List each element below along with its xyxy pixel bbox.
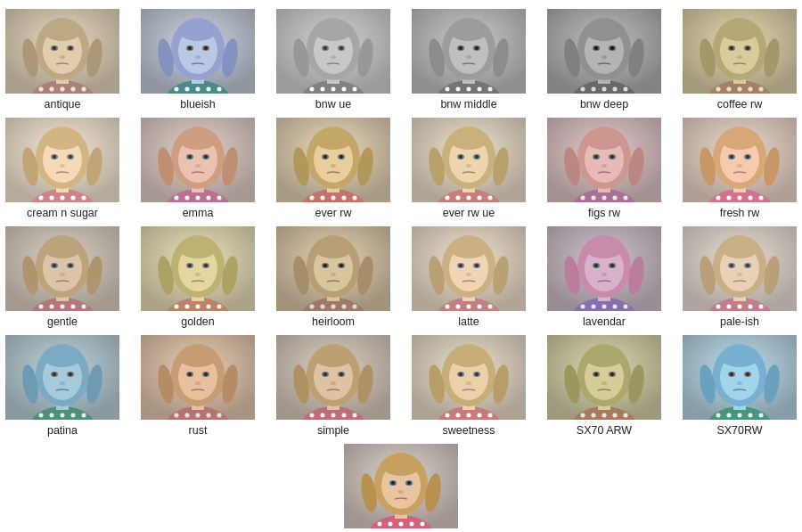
svg-point-227: [737, 164, 742, 168]
svg-point-213: [727, 196, 732, 201]
preset-item-ever-rw-ue[interactable]: ever rw ue: [406, 118, 531, 219]
svg-point-442: [738, 413, 742, 418]
svg-point-402: [446, 413, 450, 418]
svg-point-6: [71, 87, 76, 92]
svg-point-189: [466, 164, 471, 168]
preset-item-cream-n-sugar[interactable]: cream n sugar: [0, 118, 125, 219]
preset-item-pale-ish[interactable]: pale-ish: [677, 226, 802, 328]
svg-point-379: [195, 381, 200, 385]
preset-label-emma: emma: [183, 207, 214, 219]
preset-item-patina[interactable]: patina: [0, 335, 125, 437]
svg-point-36: [204, 46, 208, 50]
svg-point-82: [613, 87, 618, 92]
preset-item-antique[interactable]: antique: [0, 9, 125, 110]
preset-item-figs-rw[interactable]: figs rw: [542, 118, 667, 219]
preset-item-simple[interactable]: simple: [271, 335, 396, 437]
preset-item-gentle[interactable]: gentle: [0, 226, 125, 328]
svg-point-284: [331, 273, 336, 276]
svg-point-111: [730, 46, 733, 50]
preset-item-fresh-rw[interactable]: fresh rw: [677, 118, 802, 219]
preset-label-golden: golden: [181, 315, 215, 328]
preset-thumbnail-simple: [276, 335, 390, 420]
svg-point-22: [175, 87, 179, 92]
preset-item-coffee-rw[interactable]: coffee rw: [677, 9, 802, 110]
svg-point-149: [188, 155, 192, 159]
preset-item-lavendar[interactable]: lavendar: [542, 226, 667, 328]
svg-point-355: [43, 346, 82, 367]
svg-point-263: [188, 264, 192, 267]
preset-item-sx70-arw[interactable]: SX70 ARW: [542, 335, 667, 437]
svg-point-453: [730, 372, 733, 376]
svg-point-130: [53, 155, 56, 159]
svg-point-440: [716, 413, 721, 418]
svg-point-75: [466, 55, 471, 59]
svg-point-415: [459, 372, 462, 376]
svg-point-307: [581, 305, 585, 309]
svg-point-450: [720, 346, 759, 367]
svg-point-301: [459, 264, 462, 267]
svg-point-108: [720, 20, 759, 41]
svg-point-131: [69, 155, 72, 159]
preset-item-blueish[interactable]: blueish: [135, 9, 260, 110]
svg-point-187: [459, 155, 462, 159]
svg-point-127: [43, 128, 82, 150]
preset-thumbnail-lavendar: [547, 226, 661, 311]
preset-item-bnw-middle[interactable]: bnw middle: [406, 9, 531, 110]
svg-point-460: [389, 522, 393, 527]
svg-point-253: [207, 305, 211, 309]
svg-point-94: [602, 55, 607, 59]
preset-item-bnw-ue[interactable]: bnw ue: [271, 9, 396, 110]
svg-point-246: [60, 273, 65, 276]
preset-label-heirloom: heirloom: [312, 315, 355, 328]
preset-label-gentle: gentle: [47, 315, 78, 328]
preset-item-golden[interactable]: golden: [135, 226, 260, 328]
preset-label-simple: simple: [317, 424, 349, 437]
preset-label-latte: latte: [458, 315, 479, 328]
svg-point-368: [217, 413, 222, 418]
preset-item-rust[interactable]: rust: [135, 335, 260, 437]
svg-point-322: [602, 273, 607, 276]
preset-item-latte[interactable]: latte: [406, 226, 531, 328]
preset-item-emma[interactable]: emma: [135, 118, 260, 219]
svg-point-80: [592, 87, 596, 92]
svg-point-203: [585, 128, 624, 150]
svg-point-137: [185, 196, 190, 201]
preset-label-ever-rw-ue: ever rw ue: [443, 207, 495, 219]
svg-point-197: [624, 196, 628, 201]
preset-label-pale-ish: pale-ish: [720, 315, 759, 328]
svg-point-302: [475, 264, 479, 267]
svg-point-421: [581, 413, 585, 418]
preset-item-sweetness[interactable]: sweetness: [406, 335, 531, 437]
preset-item-original[interactable]: original: [339, 444, 463, 532]
preset-thumbnail-fresh-rw: [683, 118, 797, 202]
svg-point-79: [581, 87, 585, 92]
svg-point-367: [207, 413, 211, 418]
svg-point-349: [82, 413, 86, 418]
svg-point-214: [738, 196, 742, 201]
svg-point-146: [178, 128, 217, 150]
svg-point-291: [478, 305, 482, 309]
svg-point-328: [738, 305, 742, 309]
preset-thumbnail-rust: [141, 335, 255, 420]
svg-point-225: [730, 155, 733, 159]
preset-label-cream-n-sugar: cream n sugar: [27, 207, 98, 219]
preset-item-bnw-deep[interactable]: bnw deep: [542, 9, 667, 110]
svg-point-346: [50, 413, 54, 418]
preset-label-lavendar: lavendar: [583, 315, 626, 328]
svg-point-309: [602, 305, 607, 309]
svg-point-364: [175, 413, 179, 418]
svg-point-317: [585, 237, 624, 258]
preset-item-sx70rw[interactable]: SX70RW: [677, 335, 802, 437]
svg-point-208: [602, 164, 607, 168]
svg-point-56: [331, 55, 336, 59]
preset-thumbnail-sx70-arw: [547, 335, 661, 420]
svg-point-250: [175, 305, 179, 309]
preset-item-heirloom[interactable]: heirloom: [271, 226, 396, 328]
svg-point-403: [456, 413, 461, 418]
svg-point-245: [69, 264, 72, 267]
preset-item-ever-rw[interactable]: ever rw: [271, 118, 396, 219]
svg-point-117: [39, 196, 44, 201]
svg-point-260: [178, 237, 217, 258]
svg-point-365: [185, 413, 190, 418]
svg-point-215: [749, 196, 753, 201]
